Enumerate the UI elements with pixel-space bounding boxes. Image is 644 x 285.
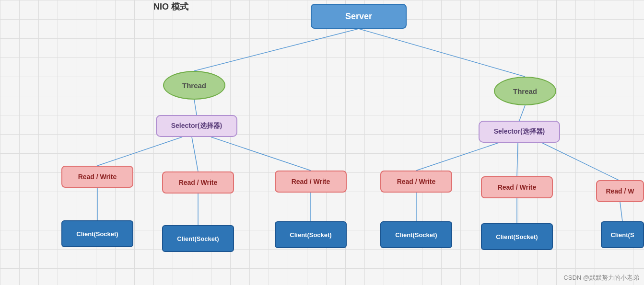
svg-line-5 bbox=[192, 137, 198, 171]
svg-line-0 bbox=[194, 29, 359, 71]
rw-node-2: Read / Write bbox=[162, 171, 234, 194]
svg-line-3 bbox=[519, 105, 525, 121]
thread-right-node: Thread bbox=[494, 77, 556, 105]
client-node-4: Client(Socket) bbox=[380, 221, 452, 248]
rw-node-4: Read / Write bbox=[380, 171, 452, 193]
client-node-3: Client(Socket) bbox=[275, 221, 347, 248]
rw-node-5: Read / Write bbox=[481, 176, 553, 198]
svg-line-8 bbox=[517, 143, 518, 176]
rw-node-1: Read / Write bbox=[61, 166, 133, 188]
thread-left-node: Thread bbox=[163, 71, 225, 100]
svg-line-9 bbox=[542, 143, 619, 180]
svg-line-2 bbox=[194, 100, 197, 115]
svg-line-15 bbox=[620, 202, 622, 221]
selector-left-node: Selector(选择器) bbox=[156, 115, 237, 137]
rw-node-6: Read / W bbox=[596, 180, 644, 202]
rw-node-3: Read / Write bbox=[275, 171, 347, 193]
svg-line-6 bbox=[211, 137, 311, 171]
client-node-6: Client(S bbox=[601, 221, 644, 248]
client-node-2: Client(Socket) bbox=[162, 225, 234, 252]
svg-line-1 bbox=[359, 29, 525, 77]
server-node: Server bbox=[311, 4, 407, 29]
watermark: CSDN @默默努力的小老弟 bbox=[563, 274, 639, 282]
client-node-5: Client(Socket) bbox=[481, 223, 553, 250]
svg-line-4 bbox=[97, 137, 182, 166]
diagram-canvas: NIO 模式 Server Thread Thread Selector(选择器… bbox=[0, 0, 644, 285]
svg-line-7 bbox=[416, 143, 499, 171]
diagram-title: NIO 模式 bbox=[153, 1, 188, 12]
client-node-1: Client(Socket) bbox=[61, 220, 133, 247]
selector-right-node: Selector(选择器) bbox=[479, 121, 560, 143]
